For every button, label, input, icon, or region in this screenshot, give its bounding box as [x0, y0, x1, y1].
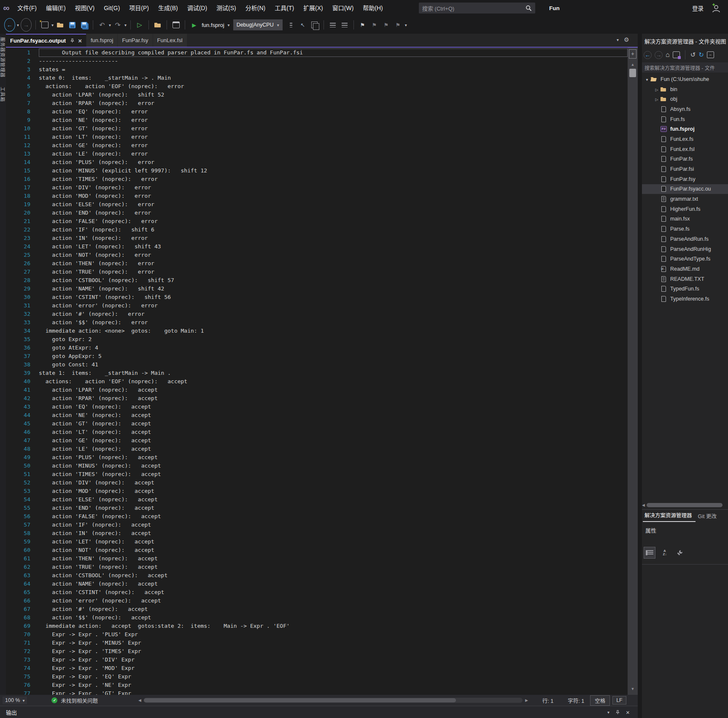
scroll-up-icon[interactable] — [628, 61, 638, 68]
menu-item[interactable]: 调试(D) — [183, 0, 212, 16]
tree-item[interactable]: FunPar.fsi — [642, 164, 728, 174]
find-in-files-button[interactable] — [153, 19, 163, 31]
tree-item[interactable]: obj — [642, 94, 728, 104]
document-tab[interactable]: FunLex.fsl — [153, 34, 187, 47]
tool-window-vertical-tab[interactable]: 服务器资源管理器 — [0, 37, 6, 78]
tree-item[interactable]: FunPar.fsy — [642, 174, 728, 184]
tree-item[interactable]: main.fsx — [642, 214, 728, 224]
categorized-view-icon[interactable] — [644, 547, 655, 559]
editor-horizontal-scrollbar[interactable] — [144, 698, 523, 703]
menu-item[interactable]: 编辑(E) — [41, 0, 70, 16]
output-pin-icon[interactable] — [615, 710, 620, 715]
status-spaces-button[interactable]: 空格 — [590, 695, 610, 706]
active-files-dropdown-icon[interactable] — [617, 36, 619, 43]
tool-window-tab[interactable]: Git 更改 — [696, 510, 720, 522]
tree-item[interactable]: grammar.txt — [642, 194, 728, 204]
menu-item[interactable]: 扩展(X) — [299, 0, 328, 16]
tree-item[interactable]: Fun.fs — [642, 114, 728, 124]
tree-item[interactable]: Absyn.fs — [642, 104, 728, 114]
quick-search-box[interactable]: 搜索 (Ctrl+Q) — [419, 3, 535, 13]
navigate-forward-button[interactable] — [21, 18, 32, 32]
hscroll-left-icon[interactable] — [138, 698, 141, 702]
sync-with-active-document-icon[interactable] — [698, 51, 704, 59]
expander-icon[interactable] — [653, 96, 660, 102]
startup-project-label[interactable]: fun.fsproj — [202, 22, 224, 28]
solution-explorer-search[interactable]: 搜索解决方案资源管理器 - 文件 — [642, 62, 728, 73]
menu-item[interactable]: 分析(N) — [241, 0, 270, 16]
explorer-home-icon[interactable] — [666, 51, 670, 59]
scrollbar-splitter-handle[interactable] — [629, 49, 636, 59]
user-avatar-icon[interactable] — [710, 3, 720, 13]
new-project-caret-icon[interactable] — [51, 23, 54, 27]
open-file-button[interactable] — [55, 19, 65, 31]
tree-item[interactable]: bin — [642, 84, 728, 94]
document-health-text[interactable]: 未找到相关问题 — [61, 696, 98, 705]
tree-item[interactable]: ParseAndType.fs — [642, 254, 728, 264]
document-health-ok-icon[interactable] — [51, 697, 57, 703]
configuration-dropdown[interactable]: Debug|AnyCPU — [233, 19, 283, 30]
bookmark-window-button[interactable] — [393, 19, 403, 31]
pin-tab-icon[interactable] — [70, 38, 75, 43]
collapse-all-icon[interactable]: − — [707, 51, 714, 58]
save-all-button[interactable] — [79, 19, 89, 31]
tree-item[interactable]: HigherFun.fs — [642, 204, 728, 214]
expander-icon[interactable] — [653, 86, 660, 92]
menu-item[interactable]: 视图(V) — [70, 0, 100, 16]
tree-item[interactable]: FunPar.fs — [642, 154, 728, 164]
menu-item[interactable]: 窗口(W) — [328, 0, 359, 16]
output-window-position-icon[interactable] — [607, 710, 609, 715]
tree-item[interactable]: FunLex.fsl — [642, 144, 728, 154]
switch-views-icon[interactable] — [673, 51, 680, 58]
scroll-down-icon[interactable] — [628, 686, 638, 692]
tree-item[interactable]: FunPar.fsyacc.ou — [642, 184, 728, 194]
zoom-selector[interactable]: 100 % — [3, 696, 27, 704]
alphabetical-sort-icon[interactable]: AZ↓ — [659, 547, 671, 559]
explorer-back-icon[interactable] — [644, 51, 652, 59]
panel-splitter[interactable] — [638, 34, 642, 718]
code-editor[interactable]: 1 Output file describing compiled parser… — [6, 48, 628, 695]
save-button[interactable] — [67, 19, 77, 31]
hscroll-thumb[interactable] — [144, 698, 456, 702]
expander-icon[interactable] — [644, 76, 650, 82]
tool-window-tab[interactable]: 解决方案资源管理器 — [643, 509, 696, 522]
editor-vertical-scrollbar[interactable] — [628, 48, 638, 695]
tree-item[interactable]: ParseAndRun.fs — [642, 234, 728, 244]
tree-item[interactable]: ParseAndRunHig — [642, 244, 728, 254]
tool-window-vertical-tab[interactable]: 工具箱 — [0, 87, 6, 102]
navigate-back-caret-icon[interactable] — [17, 23, 19, 27]
sign-in-link[interactable]: 登录 — [692, 0, 704, 16]
scrollbar-thumb[interactable] — [629, 69, 636, 77]
explorer-forward-icon[interactable] — [655, 51, 663, 59]
navigate-back-button[interactable] — [4, 18, 15, 32]
next-bookmark-button[interactable] — [381, 19, 391, 31]
increase-indent-button[interactable] — [340, 19, 350, 31]
undo-button[interactable] — [97, 19, 107, 31]
menu-item[interactable]: 项目(P) — [124, 0, 154, 16]
toolbar-overflow-caret-icon[interactable] — [405, 23, 407, 27]
menu-item[interactable]: Git(G) — [99, 0, 124, 16]
start-without-debugging-button[interactable] — [135, 19, 145, 31]
browser-window-button[interactable] — [171, 19, 181, 31]
menu-item[interactable]: 测试(S) — [212, 0, 241, 16]
tree-item[interactable]: FunLex.fs — [642, 134, 728, 144]
menu-item[interactable]: 帮助(H) — [358, 0, 387, 16]
output-close-icon[interactable] — [626, 709, 630, 716]
tree-item[interactable]: ReadME.md — [642, 264, 728, 274]
explorer-hscroll-thumb[interactable] — [647, 503, 723, 507]
document-tab[interactable]: FunPar.fsyacc.output — [6, 34, 86, 47]
explorer-hscroll-left-icon[interactable] — [642, 503, 645, 507]
tree-item[interactable]: Parse.fs — [642, 224, 728, 234]
hscroll-right-icon[interactable] — [525, 698, 528, 702]
document-tab[interactable]: fun.fsproj — [86, 34, 117, 47]
status-eol-button[interactable]: LF — [612, 696, 626, 705]
menu-item[interactable]: 工具(T) — [270, 0, 299, 16]
close-tab-icon[interactable] — [78, 37, 82, 44]
menu-item[interactable]: 文件(F) — [13, 0, 41, 16]
undo-caret-icon[interactable] — [109, 23, 111, 27]
toggle-bookmark-button[interactable] — [358, 19, 368, 31]
tab-settings-gear-icon[interactable] — [624, 36, 629, 43]
startup-project-caret-icon[interactable] — [228, 23, 230, 27]
menu-item[interactable]: 生成(B) — [154, 0, 183, 16]
tree-item[interactable]: TypeInference.fs — [642, 294, 728, 304]
refresh-icon[interactable] — [690, 51, 696, 59]
